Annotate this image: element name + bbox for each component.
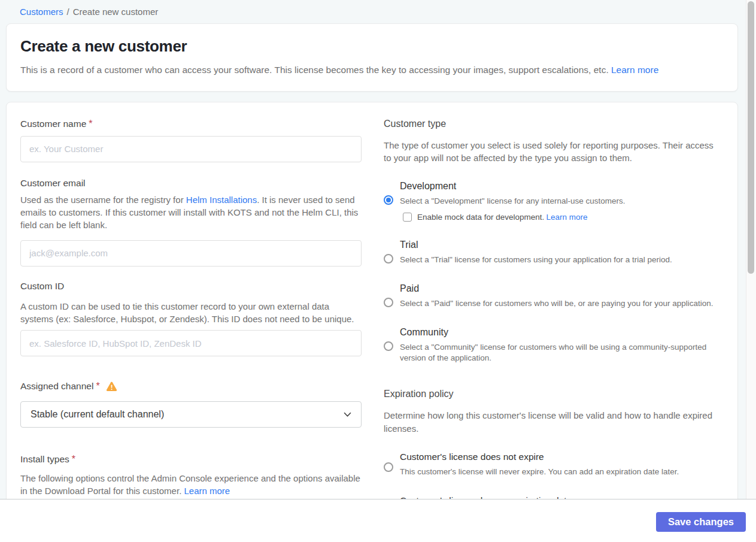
radio-community[interactable] — [384, 341, 393, 351]
radio-paid[interactable] — [384, 298, 393, 307]
assigned-channel-select[interactable]: Stable (current default channel) — [20, 401, 362, 428]
page-description-text: This is a record of a customer who can a… — [20, 65, 611, 75]
mock-data-row: Enable mock data for development. Learn … — [403, 213, 716, 222]
radio-trial[interactable] — [384, 254, 393, 264]
option-paid-description: Select a "Paid" license for customers wh… — [400, 298, 716, 309]
option-trial-description: Select a "Trial" license for customers u… — [400, 255, 716, 265]
customer-email-description: Used as the username for the registry fo… — [20, 193, 362, 232]
radio-no-expire[interactable] — [384, 462, 393, 472]
page-title: Create a new customer — [20, 37, 724, 56]
header-learn-more-link[interactable]: Learn more — [611, 65, 658, 75]
breadcrumb-separator: / — [67, 7, 69, 17]
assigned-channel-selected-value: Stable (current default channel) — [31, 409, 164, 420]
assigned-channel-label-row: Assigned channel * — [20, 381, 362, 392]
warning-icon — [106, 381, 117, 392]
customer-name-label-row: Customer name * — [20, 119, 362, 129]
option-trial: Trial Select a "Trial" license for custo… — [384, 240, 716, 265]
save-changes-button[interactable]: Save changes — [656, 512, 746, 532]
install-types-label-row: Install types * — [20, 454, 362, 465]
install-types-description: The following options control the Admin … — [20, 472, 362, 498]
customer-type-heading: Customer type — [384, 119, 716, 129]
scrollbar-thumb[interactable] — [748, 1, 754, 274]
option-paid: Paid Select a "Paid" license for custome… — [384, 283, 716, 309]
customer-email-input[interactable] — [20, 240, 362, 267]
radio-development[interactable] — [384, 195, 393, 205]
customer-name-input[interactable] — [20, 136, 362, 162]
mock-data-label: Enable mock data for development. — [417, 213, 544, 222]
option-development: Development Select a "Development" licen… — [384, 181, 716, 221]
chevron-down-icon — [344, 412, 351, 417]
option-development-title: Development — [400, 181, 716, 192]
customer-type-description: The type of customer you select is used … — [384, 139, 716, 165]
page-description: This is a record of a customer who can a… — [20, 63, 724, 77]
custom-id-description: A custom ID can be used to tie this cust… — [20, 300, 362, 326]
breadcrumb-customers-link[interactable]: Customers — [20, 7, 63, 17]
required-asterisk: * — [89, 119, 92, 129]
customer-name-label: Customer name — [20, 119, 86, 129]
customer-email-label: Customer email — [20, 178, 362, 189]
install-types-learn-more-link[interactable]: Learn more — [184, 486, 230, 496]
custom-id-input[interactable] — [20, 330, 362, 356]
option-community: Community Select a "Community" license f… — [384, 327, 716, 364]
breadcrumb-current: Create new customer — [73, 7, 159, 17]
scrollbar-track[interactable] — [746, 0, 756, 499]
option-community-title: Community — [400, 327, 716, 338]
customer-form-card: Customer name * Customer email Used as t… — [6, 102, 738, 524]
option-community-description: Select a "Community" license for custome… — [400, 342, 711, 364]
expiration-policy-heading: Expiration policy — [384, 389, 716, 399]
option-paid-title: Paid — [400, 283, 716, 294]
form-right-column: Customer type The type of customer you s… — [384, 119, 716, 507]
helm-installations-link[interactable]: Helm Installations — [186, 195, 257, 205]
option-no-expire-description: This customer's license will never expir… — [400, 467, 716, 477]
option-no-expire: Customer's license does not expire This … — [384, 452, 716, 477]
assigned-channel-label: Assigned channel — [20, 381, 93, 392]
custom-id-label: Custom ID — [20, 281, 362, 292]
option-development-description: Select a "Development" license for any i… — [400, 196, 716, 207]
install-types-label: Install types — [20, 454, 69, 465]
expiration-policy-description: Determine how long this customer's licen… — [384, 409, 716, 435]
breadcrumb: Customers/Create new customer — [0, 0, 756, 17]
form-left-column: Customer name * Customer email Used as t… — [20, 119, 362, 507]
page-header-card: Create a new customer This is a record o… — [6, 23, 738, 92]
mock-data-checkbox[interactable] — [403, 213, 412, 222]
mock-data-learn-more-link[interactable]: Learn more — [546, 213, 587, 222]
option-trial-title: Trial — [400, 240, 716, 250]
customer-email-desc-before: Used as the username for the registry fo… — [20, 195, 186, 205]
required-asterisk: * — [96, 381, 99, 392]
required-asterisk: * — [72, 454, 75, 465]
option-no-expire-title: Customer's license does not expire — [400, 452, 716, 462]
footer-bar: Save changes — [0, 499, 756, 542]
